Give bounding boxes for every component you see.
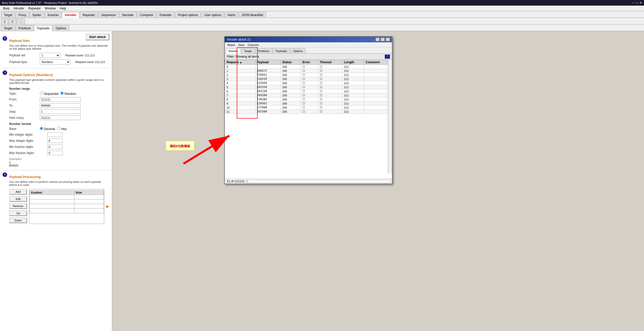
tab-user-options[interactable]: User options (201, 12, 224, 18)
random-radio-label[interactable]: Random (60, 92, 76, 96)
window-controls[interactable]: ─ □ ✕ (632, 1, 642, 5)
menu-repeater[interactable]: Repeater (26, 6, 43, 11)
processing-help-icon[interactable]: ? (3, 172, 7, 177)
remove-rule-button[interactable]: Remove (9, 203, 27, 209)
payload-options-help-icon[interactable]: ? (3, 70, 7, 75)
result-row[interactable]: 1585672200☐☐212 (225, 69, 392, 73)
down-rule-button[interactable]: Down (9, 218, 27, 223)
menu-burp[interactable]: Burp (1, 6, 11, 11)
result-row[interactable]: 4115504200☐☐212 (225, 81, 392, 85)
add-rule-button[interactable]: Add (9, 189, 27, 195)
instance-tab-new[interactable]: ... (17, 19, 25, 24)
menu-intruder[interactable]: Intruder (11, 6, 26, 11)
result-row[interactable]: 8720286200☐☐212 (225, 97, 392, 101)
col-request[interactable]: Request ▲ (225, 60, 255, 65)
result-row[interactable]: 11355390200☐☐212 (225, 110, 392, 114)
tab-intruder[interactable]: Intruder (62, 12, 79, 18)
decimal-radio[interactable] (40, 127, 43, 130)
attack-menu-attack[interactable]: Attack (226, 43, 237, 47)
tab-extender[interactable]: Extender (157, 12, 175, 18)
attack-window-controls[interactable]: ─ □ ✕ (376, 38, 390, 41)
result-row[interactable]: 6183238200☐☐212 (225, 89, 392, 93)
filter-help-icon[interactable]: ? (385, 55, 390, 59)
payload-set-select[interactable]: 1 (40, 53, 60, 58)
results-container[interactable]: Request ▲ Payload Status Error (225, 60, 392, 179)
edit-rule-button[interactable]: Edit (9, 196, 27, 202)
tab-target[interactable]: Target (1, 12, 15, 18)
results-scrollbar[interactable] (388, 60, 392, 173)
tab-decoder[interactable]: Decoder (119, 12, 136, 18)
col-length[interactable]: Length (342, 60, 364, 65)
from-input[interactable] (40, 97, 81, 102)
tab-spider[interactable]: Spider (30, 12, 44, 18)
sub-tab-target[interactable]: Target (1, 25, 15, 31)
attack-tab-results[interactable]: Results (226, 48, 241, 54)
result-row[interactable]: 7269280200☐☐212 (225, 93, 392, 97)
step-input[interactable] (40, 109, 81, 114)
payload-type-row: Payload type: Numbers Request count: 111… (9, 59, 109, 65)
instance-tab-1[interactable]: 1 (1, 19, 8, 24)
hex-radio-label[interactable]: Hex (57, 127, 67, 131)
to-label: To: (9, 104, 40, 107)
payload-type-select[interactable]: Numbers (40, 59, 70, 65)
close-icon[interactable]: ✕ (639, 1, 642, 5)
attack-close-btn[interactable]: ✕ (386, 38, 390, 41)
sub-tab-positions[interactable]: Positions (16, 25, 34, 31)
col-error[interactable]: Error (301, 60, 318, 65)
maximize-icon[interactable]: □ (636, 1, 638, 5)
min-frac-input[interactable] (47, 145, 63, 149)
sub-tab-options[interactable]: Options (53, 25, 69, 31)
table-row (30, 195, 104, 199)
tab-comparer[interactable]: Comparer (137, 12, 156, 18)
col-payload[interactable]: Payload (255, 60, 281, 65)
howmany-input[interactable] (40, 116, 81, 120)
result-row[interactable]: 0200☐☐212 (225, 65, 392, 69)
table-row (30, 209, 104, 213)
random-radio[interactable] (60, 92, 64, 95)
menu-window[interactable]: Window (43, 6, 58, 11)
minimize-icon[interactable]: ─ (632, 1, 635, 5)
result-row[interactable]: 10177990200☐☐212 (225, 106, 392, 110)
tab-repeater[interactable]: Repeater (80, 12, 98, 18)
instance-tab-bar: 1 2 ... (0, 18, 644, 24)
instance-tab-2[interactable]: 2 (9, 19, 16, 24)
attack-menu-save[interactable]: Save (237, 43, 246, 47)
payload-sets-help-icon[interactable]: ? (3, 36, 7, 41)
tab-json-beautifier[interactable]: JSON Beautifier (239, 12, 266, 18)
attack-tab-positions[interactable]: Positions (255, 48, 272, 53)
tab-sequencer[interactable]: Sequencer (98, 12, 119, 18)
tab-proxy[interactable]: Proxy (16, 12, 29, 18)
max-frac-input[interactable] (47, 151, 63, 155)
attack-tab-options[interactable]: Options (290, 48, 306, 53)
start-attack-button[interactable]: Start attack (86, 34, 109, 40)
max-int-input[interactable] (47, 138, 63, 143)
menu-help[interactable]: Help (58, 6, 68, 11)
decimal-radio-label[interactable]: Decimal (40, 127, 55, 131)
result-row[interactable]: 3516510200☐☐212 (225, 77, 392, 81)
processing-desc: You can define rules to perform various … (9, 180, 109, 186)
col-status[interactable]: Status (281, 60, 301, 65)
min-int-input[interactable] (47, 132, 63, 137)
attack-window[interactable]: Intruder attack 21 ─ □ ✕ Attack Save Col… (224, 36, 392, 184)
sequential-radio[interactable] (40, 92, 43, 95)
attack-tab-payloads[interactable]: Payloads (273, 48, 290, 53)
attack-menu-bar: Attack Save Columns (225, 42, 392, 47)
tab-scanner[interactable]: Scanner (45, 12, 62, 18)
attack-menu-columns[interactable]: Columns (246, 43, 260, 47)
processing-table: Enabled Rule (29, 190, 104, 213)
hex-radio[interactable] (57, 127, 60, 130)
sub-tab-payloads[interactable]: Payloads (34, 26, 52, 31)
attack-maximize-btn[interactable]: □ (381, 38, 385, 41)
result-row[interactable]: 2728561200☐☐212 (225, 73, 392, 77)
rule-col-header: Rule (74, 190, 104, 195)
col-timeout[interactable]: Timeout (318, 60, 342, 65)
to-input[interactable] (40, 103, 81, 108)
tab-project-options[interactable]: Project options (175, 12, 201, 18)
attack-minimize-btn[interactable]: ─ (376, 38, 380, 41)
result-row[interactable]: 5682430200☐☐212 (225, 85, 392, 89)
up-rule-button[interactable]: Up (9, 210, 27, 216)
sequential-radio-label[interactable]: Sequential (40, 92, 58, 96)
attack-tab-target[interactable]: Target (241, 48, 255, 53)
tab-alerts[interactable]: Alerts (225, 12, 238, 18)
result-row[interactable]: 9139562200☐☐212 (225, 101, 392, 106)
